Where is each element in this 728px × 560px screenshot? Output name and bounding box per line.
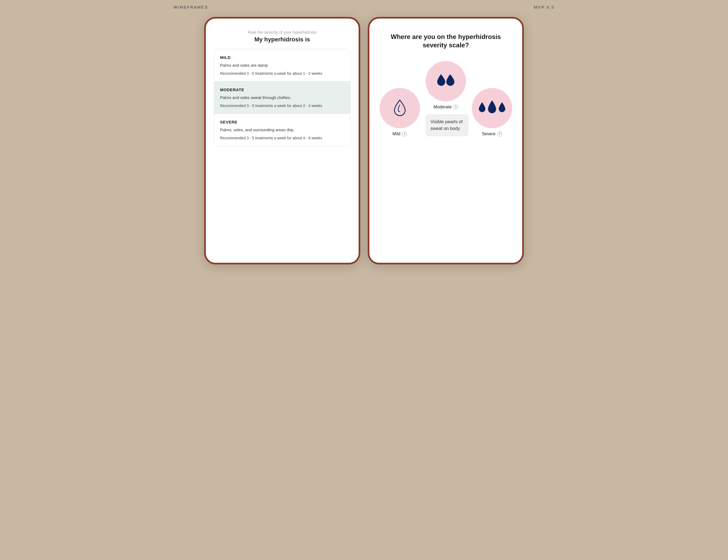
mild-card[interactable]: MILD Palms and soles are damp Recommende…: [214, 49, 350, 81]
moderate-question-icon[interactable]: ?: [453, 105, 458, 109]
moderate-circle-label-row: Moderate ?: [433, 105, 458, 109]
severe-circle-item[interactable]: Severe ?: [471, 88, 513, 136]
severe-circle-label: Severe: [482, 132, 496, 136]
moderate-tooltip: Visible pearls of sweat on body: [426, 114, 469, 136]
left-subtitle: Rate the severity of your hyperhidrosis: [214, 30, 351, 34]
moderate-card[interactable]: MODERATE Palms and soles sweat through c…: [214, 81, 350, 114]
mild-circle-bg: [380, 88, 420, 128]
moderate-recommendation: Recommended 3 - 5 treatments a week for …: [220, 103, 344, 109]
severity-circles-row: Mild ? Moderat: [379, 61, 513, 136]
moderate-description: Palms and soles sweat through clothes.: [220, 95, 344, 100]
moderate-circle-item[interactable]: Moderate ? Visible pearls of sweat on bo…: [423, 61, 469, 136]
phones-container: Rate the severity of your hyperhidrosis …: [193, 12, 535, 275]
mild-recommendation: Recommended 3 - 5 treatments a week for …: [220, 71, 344, 76]
mild-circle-label-row: Mild ?: [393, 132, 407, 136]
moderate-drop-icon: [435, 72, 457, 90]
mild-description: Palms and soles are damp: [220, 62, 344, 68]
severe-circle-label-row: Severe ?: [482, 132, 502, 136]
severe-card[interactable]: SEVERE Palms, soles, and surrounding are…: [214, 114, 350, 146]
severe-drop-icon: [477, 99, 507, 117]
left-main-title: My hyperhidrosis is: [214, 36, 351, 43]
severe-label: SEVERE: [220, 120, 344, 124]
mvp-label: MVP 0.5: [534, 5, 554, 9]
mild-question-icon[interactable]: ?: [402, 132, 407, 136]
right-main-title: Where are you on the hyperhidrosis sever…: [379, 33, 513, 49]
mild-label: MILD: [220, 55, 344, 60]
mild-drop-icon: [393, 99, 407, 117]
severe-circle-bg: [472, 88, 512, 128]
severity-cards: MILD Palms and soles are damp Recommende…: [214, 49, 351, 146]
mild-circle-item[interactable]: Mild ?: [379, 88, 420, 136]
moderate-circle-bg: [426, 61, 466, 101]
severe-question-icon[interactable]: ?: [497, 132, 502, 136]
right-phone: Where are you on the hyperhidrosis sever…: [368, 17, 524, 264]
moderate-circle-label: Moderate: [433, 105, 452, 109]
severe-description: Palms, soles, and surrounding areas drip…: [220, 127, 344, 133]
left-phone: Rate the severity of your hyperhidrosis …: [204, 17, 360, 264]
wireframes-label: WIREFRAMES: [174, 5, 208, 9]
severe-recommendation: Recommended 3 - 5 treatments a week for …: [220, 135, 344, 141]
moderate-label: MODERATE: [220, 87, 344, 92]
mild-circle-label: Mild: [393, 132, 400, 136]
